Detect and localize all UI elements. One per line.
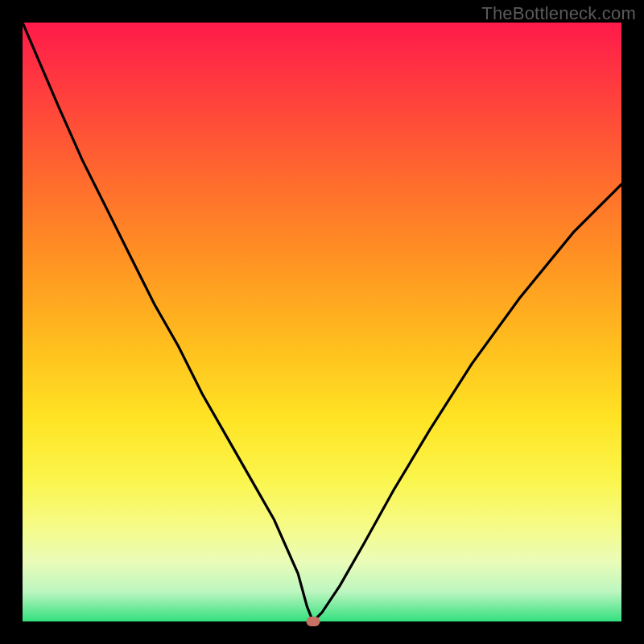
watermark-text: TheBottleneck.com xyxy=(481,3,636,24)
chart-frame: TheBottleneck.com xyxy=(0,0,644,644)
bottleneck-curve xyxy=(23,23,621,621)
optimal-marker xyxy=(306,617,320,626)
curve-path xyxy=(23,23,621,621)
plot-area xyxy=(23,23,621,621)
